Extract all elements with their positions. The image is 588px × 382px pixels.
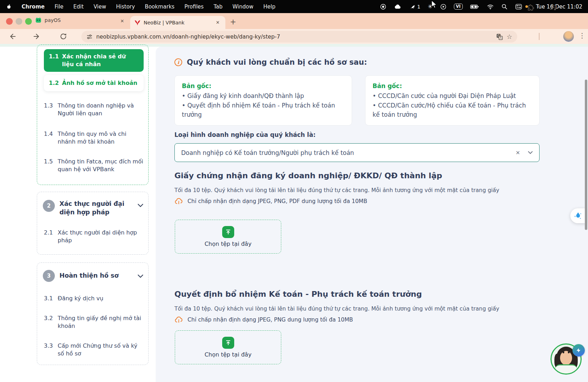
menubar-item-history[interactable]: History bbox=[116, 4, 135, 10]
sidebar-item-3-3[interactable]: 3.3 Cấp mới Chứng thư số và ký số hồ sơ bbox=[44, 342, 144, 358]
avatar-eye bbox=[563, 351, 564, 353]
sidebar-step3-header[interactable]: 3 Hoàn thiện hồ sơ bbox=[43, 270, 143, 282]
wifi-icon[interactable] bbox=[487, 4, 494, 10]
bird-notification-icon[interactable]: 1 bbox=[409, 4, 420, 10]
document-cards: Bản gốc: Giấy đăng ký kinh doanh/QĐ thàn… bbox=[174, 75, 540, 126]
sidebar-item-1-3[interactable]: 1.3 Thông tin doanh nghiệp và Người liên… bbox=[44, 102, 144, 117]
upload-dropzone-accountant-decision[interactable]: Chọn tệp tại đây bbox=[175, 330, 281, 364]
tab-close-icon[interactable]: ✕ bbox=[119, 18, 126, 24]
address-bar[interactable]: neobizplus.vpbank.com.vn/doanh-nghiep/ek… bbox=[81, 31, 517, 42]
tab-strip: payOS ✕ NeoBiz | VPBank ✕ + bbox=[0, 13, 588, 29]
chevron-down-icon[interactable] bbox=[138, 202, 143, 209]
sidebar-item-1-1[interactable]: 1.1 Xác nhận chia sẻ dữ liệu cá nhân bbox=[44, 49, 144, 72]
play-status-icon[interactable] bbox=[440, 4, 446, 10]
mouse-cursor bbox=[430, 0, 438, 11]
tab-neobiz-vpbank[interactable]: NeoBiz | VPBank ✕ bbox=[130, 16, 225, 29]
upload-icon bbox=[222, 337, 234, 349]
screen-record-icon[interactable] bbox=[380, 4, 386, 10]
upload-section1-format-row: Chỉ chấp nhận định dạng JPEG, PNG, PDF d… bbox=[174, 197, 367, 205]
sidebar-step1-group: 1.1 Xác nhận chia sẻ dữ liệu cá nhân 1.2… bbox=[37, 45, 149, 185]
sidebar-step2-group: 2 Xác thực người đại diện hợp pháp 2.1 X… bbox=[37, 192, 149, 255]
sidebar-item-1-2[interactable]: 1.2 Ảnh hồ sơ mở tài khoản bbox=[44, 75, 144, 91]
new-tab-button[interactable]: + bbox=[230, 18, 236, 26]
upload-dropzone-business-cert[interactable]: Chọn tệp tại đây bbox=[175, 220, 281, 254]
sidebar-item-3-2[interactable]: 3.2 Thông tin giấy đề nghị mở tài khoản bbox=[44, 314, 144, 330]
sidebar-item-1-5[interactable]: 1.5 Thông tin Fatca, mục đích mối quan h… bbox=[44, 158, 144, 173]
menubar-item-view[interactable]: View bbox=[93, 4, 106, 10]
prepare-documents-header: i Quý khách vui lòng chuẩn bị các hồ sơ … bbox=[174, 58, 367, 66]
clear-selection-icon[interactable]: ✕ bbox=[515, 150, 520, 156]
url-text[interactable]: neobizplus.vpbank.com.vn/doanh-nghiep/ek… bbox=[96, 34, 492, 40]
business-type-select[interactable]: Doanh nghiệp có Kế toán trưởng/Người phụ… bbox=[174, 143, 540, 162]
chevron-down-icon[interactable] bbox=[138, 273, 143, 279]
input-source-badge[interactable]: VI bbox=[454, 4, 463, 10]
media-queue-icon[interactable] bbox=[549, 4, 558, 13]
info-icon: i bbox=[174, 58, 182, 66]
window-zoom-button[interactable] bbox=[25, 18, 32, 25]
card-title: Bản gốc: bbox=[182, 81, 345, 91]
menubar-item-help[interactable]: Help bbox=[263, 4, 275, 10]
menubar-item-window[interactable]: Window bbox=[232, 4, 253, 10]
step-number: 2.1 bbox=[44, 229, 54, 244]
reload-button[interactable] bbox=[59, 33, 67, 42]
browser-menu-icon[interactable]: ⋮ bbox=[579, 31, 586, 39]
cloud-upload-icon bbox=[174, 197, 183, 205]
cloud-status-icon[interactable] bbox=[394, 4, 402, 10]
step-circle: 3 bbox=[43, 270, 55, 282]
payos-favicon bbox=[35, 17, 41, 23]
menubar-item-bookmarks[interactable]: Bookmarks bbox=[145, 4, 174, 10]
upload-section1-limit-note: Tối đa 10 tệp. Quý khách vui lòng tải lê… bbox=[174, 187, 499, 193]
window-close-button[interactable] bbox=[6, 18, 13, 25]
step-number: 3.1 bbox=[44, 295, 54, 302]
menubar-item-file[interactable]: File bbox=[54, 4, 63, 10]
forward-button[interactable] bbox=[33, 33, 41, 42]
menubar-clock[interactable]: Tue 16 Dec 11:02 bbox=[536, 4, 582, 10]
prepare-documents-title: Quý khách vui lòng chuẩn bị các hồ sơ sa… bbox=[187, 58, 367, 66]
sidebar-item-3-1[interactable]: 3.1 Đăng ký dịch vụ bbox=[44, 295, 144, 302]
control-center-icon[interactable] bbox=[515, 4, 522, 10]
card-bullet: CCCD/Căn cước của người Đại Diện Pháp Lu… bbox=[373, 91, 532, 100]
macos-menubar: Chrome File Edit View History Bookmarks … bbox=[0, 0, 588, 13]
step-label: Thông tin doanh nghiệp và Người liên qua… bbox=[58, 102, 144, 117]
step-label: Đăng ký dịch vụ bbox=[58, 295, 103, 302]
window-minimize-button[interactable] bbox=[16, 18, 22, 25]
select-chevron-icon[interactable] bbox=[528, 151, 533, 154]
upload-label: Chọn tệp tại đây bbox=[204, 351, 252, 358]
site-settings-icon[interactable] bbox=[86, 34, 93, 40]
tab-payos[interactable]: payOS bbox=[35, 17, 61, 23]
messenger-badge-icon[interactable] bbox=[572, 344, 585, 357]
search-icon[interactable] bbox=[501, 4, 508, 10]
sidebar-step2-header[interactable]: 2 Xác thực người đại diện hợp pháp bbox=[43, 200, 143, 216]
translate-icon[interactable]: GA bbox=[496, 33, 503, 40]
cleaning-widget-button[interactable] bbox=[570, 208, 586, 223]
menubar-item-profiles[interactable]: Profiles bbox=[184, 4, 203, 10]
sidebar-item-1-4[interactable]: 1.4 Thông tin quy mô và chi nhánh mở tài… bbox=[44, 130, 144, 146]
apple-menu-icon[interactable] bbox=[6, 3, 12, 10]
battery-icon[interactable] bbox=[470, 4, 479, 10]
menubar-item-tab[interactable]: Tab bbox=[214, 4, 223, 10]
web-page: 1.1 Xác nhận chia sẻ dữ liệu cá nhân 1.2… bbox=[0, 44, 588, 382]
menubar-item-edit[interactable]: Edit bbox=[73, 4, 83, 10]
toolbar-separator bbox=[539, 33, 540, 40]
page-scrollbar[interactable] bbox=[585, 80, 587, 230]
upload-label: Chọn tệp tại đây bbox=[204, 241, 252, 247]
tab-close-icon[interactable]: ✕ bbox=[214, 19, 221, 26]
sidebar-item-2-1[interactable]: 2.1 Xác thực người đại diện hợp pháp bbox=[44, 229, 144, 244]
step-label: Xác nhận chia sẻ dữ liệu cá nhân bbox=[62, 53, 139, 68]
tab-title: payOS bbox=[45, 17, 61, 23]
upload-icon bbox=[222, 226, 234, 238]
back-button[interactable] bbox=[8, 33, 16, 42]
card-bullet: Quyết định bổ nhiệm Kế toán - Phụ trách … bbox=[182, 101, 345, 120]
document-card-identity: Bản gốc: CCCD/Căn cước của người Đại Diệ… bbox=[365, 75, 540, 126]
profile-avatar[interactable] bbox=[563, 31, 574, 42]
extensions-icon[interactable] bbox=[527, 4, 535, 13]
menubar-app-name[interactable]: Chrome bbox=[22, 4, 45, 10]
step-group-title: Xác thực người đại diện hợp pháp bbox=[59, 200, 133, 216]
step-circle: 2 bbox=[43, 200, 55, 212]
step-label: Xác thực người đại diện hợp pháp bbox=[58, 229, 144, 244]
bookmark-star-icon[interactable]: ☆ bbox=[507, 33, 512, 40]
document-card-business: Bản gốc: Giấy đăng ký kinh doanh/QĐ thàn… bbox=[174, 75, 352, 126]
step-number: 3.2 bbox=[44, 314, 54, 330]
step-number: 3.3 bbox=[44, 342, 54, 358]
upload-section2-limit-note: Tối đa 10 tệp. Quý khách vui lòng tải lê… bbox=[174, 306, 499, 312]
